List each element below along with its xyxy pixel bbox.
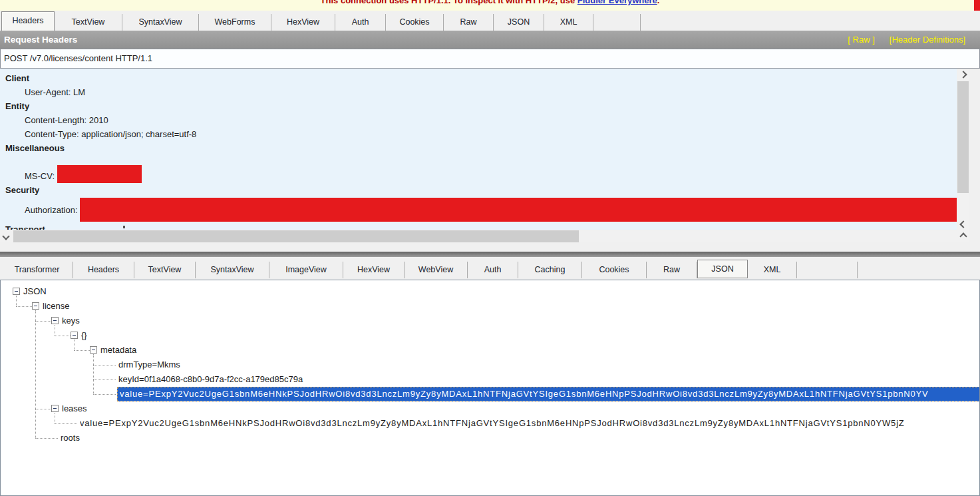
request-headers-title-bar: Request Headers [ Raw ] [Header Definiti… [0, 31, 980, 49]
collapse-toggle-icon[interactable] [51, 405, 59, 412]
authorization-label: Authorization: [25, 203, 78, 217]
tree-row: keyId=0f1a4068-c8b0-9d7a-f2cc-a179ed85c7… [1, 372, 979, 387]
tab-response-imageview[interactable]: ImageView [269, 262, 343, 278]
fiddler-inspector-window: This connection uses HTTP/1.1. To inspec… [0, 0, 980, 496]
tab-request-syntaxview[interactable]: SyntaxView [122, 14, 199, 31]
tab-request-raw[interactable]: Raw [444, 14, 494, 31]
collapse-toggle-icon[interactable] [32, 302, 39, 310]
banner-prefix: This connection uses HTTP/1.1. To inspec… [321, 0, 577, 5]
header-entry-content-type[interactable]: Content-Type: application/json; charset=… [0, 127, 957, 141]
tab-request-cookies[interactable]: Cookies [386, 14, 444, 31]
redaction-block [57, 165, 142, 183]
tree-row: value=PExpY2Vuc2UgeG1sbnM6eHNkPSJodHRwOi… [1, 416, 979, 431]
header-entry-authorization[interactable]: Authorization: [0, 197, 957, 222]
request-line-box[interactable]: POST /v7.0/licenses/content HTTP/1.1 [0, 49, 980, 69]
tabstrip-divider [640, 14, 641, 31]
tree-row: roots [1, 431, 979, 445]
request-headers-title: Request Headers [0, 35, 848, 45]
tree-node-object[interactable]: {} [81, 328, 87, 343]
response-json-tree: JSON license keys {} metadata drmType=Mk… [0, 280, 980, 496]
redaction-block [80, 198, 957, 222]
collapse-toggle-icon[interactable] [51, 317, 59, 324]
response-inspector-tabs: Transformer Headers TextView SyntaxView … [0, 257, 980, 278]
tab-request-auth[interactable]: Auth [335, 14, 386, 31]
scroll-left-button[interactable] [0, 230, 11, 242]
tree-leaf-key-value-selected[interactable]: value=PExpY2Vuc2UgeG1sbnM6eHNkPSJodHRwOi… [117, 387, 980, 401]
tab-response-auth[interactable]: Auth [468, 262, 518, 278]
tree-row: leases [1, 401, 979, 416]
request-headers-tree: Client User-Agent: LM Entity Content-Len… [0, 69, 957, 230]
chevron-left-icon [2, 232, 9, 240]
tab-response-webview[interactable]: WebView [405, 262, 468, 278]
chevron-down-icon [959, 220, 967, 228]
tab-response-cookies[interactable]: Cookies [582, 262, 647, 278]
tab-response-transformer[interactable]: Transformer [1, 262, 73, 278]
tab-response-caching[interactable]: Caching [518, 262, 582, 278]
ms-cv-label: MS-CV: [25, 169, 55, 183]
header-entry-user-agent[interactable]: User-Agent: LM [0, 85, 957, 99]
tree-row: keys [1, 314, 979, 328]
tree-node-leases[interactable]: leases [62, 401, 87, 416]
tree-leaf-lease-value[interactable]: value=PExpY2Vuc2UgeG1sbnM6eHNkPSJodHRwOi… [80, 416, 980, 431]
horizontal-scrollbar-thumb[interactable] [13, 230, 579, 242]
tab-response-syntaxview[interactable]: SyntaxView [196, 262, 269, 278]
tab-request-webforms[interactable]: WebForms [199, 14, 271, 31]
http-version-banner: This connection uses HTTP/1.1. To inspec… [0, 0, 980, 11]
panel-splitter-edge [0, 252, 980, 257]
fiddler-everywhere-link[interactable]: Fiddler Everywhere [577, 0, 657, 5]
tab-response-json[interactable]: JSON [697, 260, 748, 278]
headers-horizontal-scrollbar[interactable] [0, 230, 969, 242]
vertical-scrollbar-thumb[interactable] [957, 81, 969, 193]
chevron-up-icon [959, 71, 967, 78]
headers-vertical-scrollbar[interactable] [957, 69, 969, 230]
tree-row: JSON [1, 284, 979, 299]
tree-row: {} [1, 328, 979, 343]
collapse-toggle-icon[interactable] [13, 288, 20, 295]
tree-node-license[interactable]: license [43, 299, 69, 314]
tree-node-keys[interactable]: keys [62, 314, 80, 328]
header-section-transport[interactable]: Transport [0, 222, 957, 230]
raw-link[interactable]: [ Raw ] [848, 35, 874, 45]
tab-response-headers[interactable]: Headers [73, 262, 134, 278]
header-section-miscellaneous[interactable]: Miscellaneous [0, 141, 957, 155]
tab-response-hexview[interactable]: HexView [343, 262, 405, 278]
banner-text: This connection uses HTTP/1.1. To inspec… [0, 0, 980, 5]
tree-leaf-roots[interactable]: roots [61, 431, 80, 445]
header-entry-ms-cv[interactable]: MS-CV: [0, 155, 957, 183]
tab-response-raw[interactable]: Raw [647, 262, 697, 278]
header-section-security[interactable]: Security [0, 183, 957, 197]
banner-suffix: . [657, 0, 660, 5]
header-definitions-link[interactable]: [Header Definitions] [890, 35, 965, 45]
tab-request-hexview[interactable]: HexView [271, 14, 335, 31]
tree-row: drmType=Mkms [1, 358, 979, 372]
tab-request-xml[interactable]: XML [544, 14, 593, 31]
tab-request-headers[interactable]: Headers [1, 11, 55, 31]
request-inspector-tabs: Headers TextView SyntaxView WebForms Hex… [0, 11, 980, 31]
header-section-entity[interactable]: Entity [0, 99, 957, 113]
tree-leaf-keyid[interactable]: keyId=0f1a4068-c8b0-9d7a-f2cc-a179ed85c7… [118, 372, 303, 387]
tab-request-json[interactable]: JSON [494, 14, 544, 31]
scroll-down-button[interactable] [957, 218, 969, 230]
chevron-right-icon [959, 232, 967, 240]
tabstrip-divider [857, 262, 858, 278]
tab-response-textview[interactable]: TextView [134, 262, 196, 278]
tree-leaf-drmtype[interactable]: drmType=Mkms [118, 358, 180, 372]
tree-row: license [1, 299, 979, 314]
request-line-text: POST /v7.0/licenses/content HTTP/1.1 [4, 53, 152, 63]
tab-request-textview[interactable]: TextView [55, 14, 122, 31]
clipped-text-fragment [123, 226, 125, 228]
panel-splitter[interactable] [0, 242, 980, 252]
header-section-client[interactable]: Client [0, 71, 957, 85]
scroll-up-button[interactable] [957, 69, 969, 80]
tree-row: value=PExpY2Vuc2UgeG1sbnM6eHNkPSJodHRwOi… [1, 387, 979, 401]
header-entry-content-length[interactable]: Content-Length: 2010 [0, 113, 957, 127]
tree-node-json[interactable]: JSON [23, 284, 47, 299]
tree-row: metadata [1, 343, 979, 358]
tab-response-xml[interactable]: XML [748, 262, 797, 278]
scroll-right-button[interactable] [957, 230, 969, 242]
tree-node-metadata[interactable]: metadata [100, 343, 136, 358]
collapse-toggle-icon[interactable] [71, 332, 78, 339]
collapse-toggle-icon[interactable] [90, 346, 97, 354]
